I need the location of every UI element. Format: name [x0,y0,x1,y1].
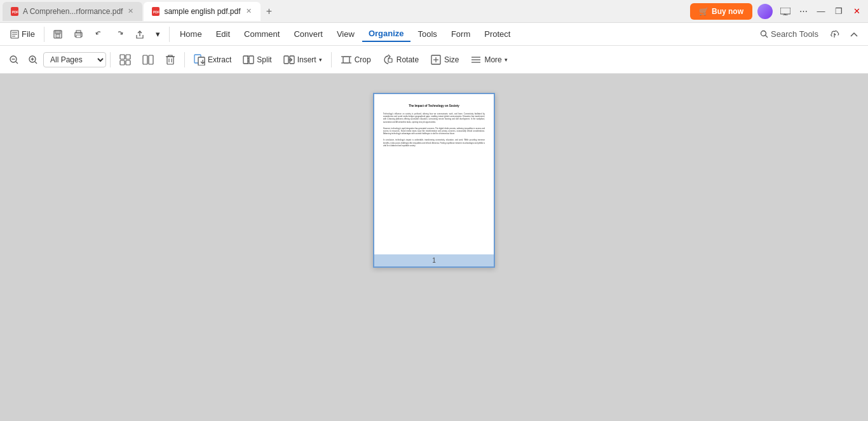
thumbnail-view-button[interactable] [114,51,136,69]
extract-icon [194,54,205,66]
more-button[interactable]: More ▾ [465,51,512,69]
pdf-document-title: The Impact of Technology on Society [383,104,485,107]
insert-icon [283,54,295,66]
print-button[interactable] [69,27,88,41]
save-button[interactable] [48,27,67,41]
title-bar: PDF A Comprehen...rformance.pdf ✕ PDF sa… [0,0,868,23]
svg-line-19 [766,36,768,38]
user-avatar[interactable] [757,4,773,19]
column-icon [142,54,154,66]
title-bar-right: 🛒 Buy now ⋯ — ❐ ✕ [690,3,868,20]
dropdown-button[interactable]: ▾ [151,27,165,41]
pdf-page-inner: The Impact of Technology on Society Tech… [374,94,494,254]
svg-rect-43 [249,56,254,64]
tab1-close[interactable]: ✕ [126,6,135,17]
undo-button[interactable] [90,27,109,41]
svg-rect-31 [143,55,147,64]
search-tools[interactable]: Search Tools [754,27,825,41]
zoom-controls [5,51,42,69]
menu-item-organize[interactable]: Organize [362,26,410,42]
extract-button[interactable]: Extract [189,51,236,69]
more-options-button[interactable]: ⋯ [794,3,812,20]
svg-text:PDF: PDF [12,10,18,14]
zoom-out-button[interactable] [5,51,23,69]
crop-icon [341,54,352,66]
split-button[interactable]: Split [238,51,276,69]
main-content: The Impact of Technology on Society Tech… [0,74,868,421]
svg-rect-48 [343,57,349,63]
tab-2[interactable]: PDF sample english pdf.pdf ✕ [144,2,260,21]
pdf-page-number: 1 [374,254,494,266]
svg-line-22 [16,62,18,64]
svg-rect-34 [167,57,173,64]
pdf-page-1[interactable]: The Impact of Technology on Society Tech… [373,93,495,268]
pdf-paragraph-1: Technology's influence on society is pro… [383,113,485,123]
pdf-paragraph-2: However, technology's rapid integration … [383,127,485,135]
tab-bar: PDF A Comprehen...rformance.pdf ✕ PDF sa… [0,0,690,22]
tab1-label: A Comprehen...rformance.pdf [23,7,123,16]
buy-now-button[interactable]: 🛒 Buy now [690,3,752,20]
size-button[interactable]: Size [425,51,464,69]
cart-icon: 🛒 [699,7,709,16]
svg-rect-16 [76,35,81,38]
more-chevron-icon: ▾ [505,57,508,63]
svg-point-17 [80,33,81,34]
svg-rect-27 [120,55,125,59]
menu-item-comment[interactable]: Comment [238,27,286,41]
svg-rect-42 [243,56,248,64]
share-button[interactable] [130,27,149,41]
svg-point-18 [761,31,766,36]
split-icon [243,54,254,66]
menu-item-view[interactable]: View [330,27,361,41]
svg-rect-28 [126,55,130,59]
tab-1[interactable]: PDF A Comprehen...rformance.pdf ✕ [3,2,142,21]
svg-rect-45 [284,56,288,64]
svg-line-26 [35,62,37,64]
collapse-button[interactable] [845,25,863,43]
toolbar: All Pages Odd Pages Even Pages Extract S… [0,46,868,74]
pdf-paragraph-3: In conclusion, technology's impact is un… [383,139,485,147]
minimize-button[interactable]: — [812,3,830,20]
thumbnail-icon [119,54,131,66]
zoom-in-button[interactable] [24,51,42,69]
svg-rect-4 [780,8,790,14]
menu-item-tools[interactable]: Tools [412,27,444,41]
rotate-button[interactable]: Rotate [377,51,424,69]
tv-icon[interactable] [776,3,794,20]
menu-item-convert[interactable]: Convert [287,27,329,41]
delete-icon [165,54,175,66]
pdf-container: The Impact of Technology on Society Tech… [373,93,495,268]
svg-rect-30 [126,60,130,65]
column-view-button[interactable] [137,51,159,69]
tab2-close[interactable]: ✕ [245,6,253,17]
crop-button[interactable]: Crop [336,51,376,69]
menu-item-file[interactable]: File [5,27,40,41]
menu-item-form[interactable]: Form [445,27,477,41]
delete-button[interactable] [160,51,180,69]
svg-rect-13 [56,34,60,38]
rotate-icon [383,54,394,66]
maximize-button[interactable]: ❐ [830,3,848,20]
tab2-label: sample english pdf.pdf [164,7,240,16]
file-label: File [22,29,35,39]
menu-item-edit[interactable]: Edit [210,27,236,41]
svg-text:PDF: PDF [153,10,159,14]
new-tab-button[interactable]: + [262,4,277,19]
cloud-upload-button[interactable] [826,25,844,43]
svg-rect-29 [120,60,125,65]
svg-rect-32 [149,55,153,64]
insert-dropdown-icon: ▾ [319,57,322,63]
search-icon [760,30,768,38]
close-button[interactable]: ✕ [848,3,865,20]
menu-item-home[interactable]: Home [173,27,208,41]
redo-button[interactable] [110,27,129,41]
page-range-select[interactable]: All Pages Odd Pages Even Pages [43,52,106,67]
insert-button[interactable]: Insert ▾ [278,51,327,69]
more-icon [470,54,482,66]
pdf-icon-tab2: PDF [151,7,160,16]
svg-rect-12 [55,31,60,34]
svg-rect-53 [388,59,392,62]
pdf-icon-tab1: PDF [10,7,19,16]
size-icon [430,54,442,66]
menu-item-protect[interactable]: Protect [478,27,517,41]
